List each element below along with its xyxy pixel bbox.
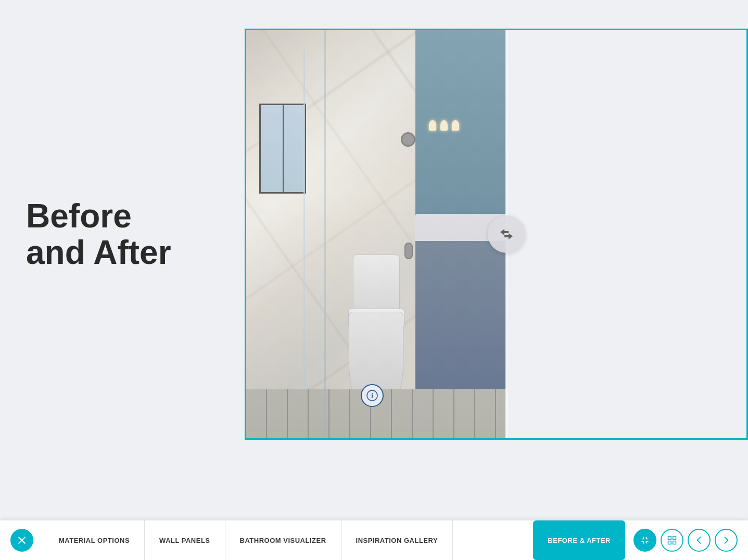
nav-items: MATERIAL OPTIONS WALL PANELS BATHROOM VI… [44, 520, 523, 560]
shrink-button[interactable] [633, 529, 656, 552]
bottom-navigation: MATERIAL OPTIONS WALL PANELS BATHROOM VI… [0, 520, 748, 560]
nav-material-options[interactable]: MATERIAL OPTIONS [44, 520, 145, 560]
left-panel: Before and After [0, 0, 245, 468]
light-bulb-2 [440, 120, 448, 131]
comparison-container[interactable]: i [245, 29, 748, 440]
nav-right-icons [633, 529, 738, 552]
grid-icon [667, 535, 677, 545]
nav-bathroom-visualizer[interactable]: BATHROOM VISUALIZER [225, 520, 341, 560]
info-circle-icon: i [366, 389, 378, 402]
nav-inspiration-gallery[interactable]: INSPIRATION GALLERY [341, 520, 453, 560]
bathroom-lights [428, 120, 460, 131]
svg-rect-5 [668, 537, 671, 540]
old-wall [246, 438, 486, 440]
shower-glass [303, 50, 305, 410]
prev-button[interactable] [688, 529, 711, 552]
close-icon [17, 535, 27, 545]
next-button[interactable] [715, 529, 738, 552]
grid-button[interactable] [661, 529, 683, 552]
light-bulb-1 [428, 120, 437, 131]
photo-overlay-before [246, 438, 486, 440]
nav-before-after-active[interactable]: BEFORE & AFTER [533, 520, 625, 560]
close-button[interactable] [10, 529, 33, 552]
chevron-left-icon [694, 535, 704, 545]
info-button[interactable]: i [361, 384, 384, 407]
shower-head [401, 132, 415, 147]
before-image [246, 438, 486, 440]
main-area: Before and After [0, 0, 748, 468]
window [259, 104, 306, 193]
light-bulb-3 [451, 120, 460, 131]
swap-button[interactable] [488, 215, 525, 253]
wood-cabinet [282, 438, 486, 440]
swap-horizontal-icon [497, 225, 516, 244]
svg-point-0 [498, 225, 515, 243]
page-title: Before and After [26, 198, 171, 271]
chevron-right-icon [721, 535, 731, 545]
nav-wall-panels[interactable]: WALL PANELS [145, 520, 225, 560]
svg-rect-6 [673, 537, 676, 540]
shrink-icon [640, 535, 650, 545]
svg-rect-7 [668, 541, 671, 544]
after-image [246, 30, 506, 438]
svg-rect-8 [673, 541, 676, 544]
svg-text:i: i [371, 391, 373, 399]
